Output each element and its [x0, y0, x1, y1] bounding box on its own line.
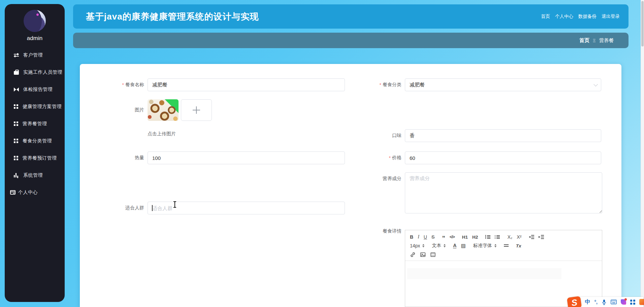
top-nav-link[interactable]: 退出登录 [602, 13, 620, 20]
breadcrumb-current: 营养餐 [599, 37, 614, 44]
meal-image-thumbnail[interactable] [148, 99, 179, 121]
calories-label: 热量 [81, 151, 144, 164]
text-type-select[interactable]: 文本 [432, 243, 446, 249]
sogou-logo-icon[interactable]: S [567, 296, 581, 307]
italic-icon[interactable]: I [418, 234, 419, 240]
sidebar-item-system-management[interactable]: 系统管理 [5, 167, 65, 184]
ime-menu-icon[interactable] [630, 300, 635, 305]
ordered-list-icon[interactable] [485, 235, 490, 239]
taste-label: 口味 [338, 129, 401, 142]
page-scrollbar[interactable] [641, 0, 644, 307]
calories-input[interactable] [148, 151, 345, 164]
sidebar-item-customer-management[interactable]: 客户管理 [5, 46, 65, 64]
ibeam-cursor [174, 202, 175, 207]
breadcrumb: 首页 Ξ 营养餐 [73, 33, 629, 48]
sidebar-item-label: 体检报告管理 [23, 87, 53, 93]
sidebar-item-label: 营养餐预订管理 [23, 155, 57, 161]
chevron-down-icon [593, 82, 598, 87]
upload-hint: 点击上传图片 [148, 131, 176, 137]
editor-toolbar: B I U S ” </> H1 H2 X₂ X² 14px [405, 230, 602, 261]
briefcase-icon [14, 71, 19, 75]
detail-label: 餐食详情 [338, 228, 401, 235]
scrollbar-thumb[interactable] [641, 1, 644, 46]
outdent-icon[interactable] [529, 235, 534, 239]
required-mark: * [380, 82, 381, 88]
ime-language-toggle[interactable]: 中 [585, 299, 590, 306]
line-height-icon[interactable] [504, 244, 509, 248]
highlight-icon[interactable]: ▨ [461, 243, 465, 249]
meal-category-select[interactable]: 减肥餐 [405, 78, 601, 91]
price-label: * 价格 [338, 151, 401, 164]
bar-chart-icon [14, 173, 19, 177]
price-input[interactable] [405, 151, 601, 164]
keyboard-icon[interactable] [611, 300, 617, 304]
sidebar-item-meal-booking-management[interactable]: 营养餐预订管理 [5, 149, 65, 167]
superscript-icon[interactable]: X² [517, 234, 521, 240]
sidebar-item-personal-center[interactable]: 个人中心 [5, 184, 65, 201]
sidebar-item-label: 系统管理 [23, 172, 43, 178]
top-nav-link[interactable]: 数据备份 [578, 13, 597, 20]
editor-content-strip [407, 268, 561, 279]
bold-icon[interactable]: B [410, 234, 413, 240]
font-size-select[interactable]: 14px [410, 243, 424, 248]
ime-punctuation-toggle[interactable]: °, [594, 299, 598, 305]
required-mark: * [389, 155, 391, 161]
breadcrumb-home[interactable]: 首页 [579, 37, 589, 44]
page-title: 基于java的康养健康管理系统的设计与实现 [73, 11, 259, 23]
subscript-icon[interactable]: X₂ [507, 234, 512, 240]
blockquote-icon[interactable]: ” [442, 234, 445, 240]
taste-input[interactable] [405, 129, 601, 142]
sidebar-item-label: 健康管理方案管理 [23, 104, 62, 110]
meal-category-label: * 餐食分类 [338, 78, 401, 91]
video-icon[interactable] [430, 252, 436, 258]
sliders-icon [14, 53, 19, 57]
breadcrumb-separator-icon: Ξ [593, 38, 595, 43]
ime-skin-icon[interactable] [621, 299, 626, 305]
nutrition-textarea[interactable] [405, 172, 602, 213]
strikethrough-icon[interactable]: S [431, 234, 434, 240]
text-caret [152, 205, 153, 211]
sidebar-item-label: 餐食分类管理 [23, 138, 52, 144]
ime-partial-icon[interactable] [639, 299, 644, 305]
heading1-icon[interactable]: H1 [462, 235, 468, 240]
code-icon[interactable]: </> [450, 235, 455, 239]
plus-icon [193, 106, 200, 114]
top-nav-link[interactable]: 首页 [541, 13, 550, 20]
sidebar-item-staff-management[interactable]: 实施工作人员管理 [5, 64, 65, 81]
top-nav-link[interactable]: 个人中心 [555, 13, 573, 20]
microphone-icon[interactable] [602, 299, 607, 305]
sidebar-item-nutrition-meal-management[interactable]: 营养餐管理 [5, 115, 65, 132]
sidebar-item-label: 个人中心 [18, 190, 38, 196]
meal-name-input[interactable] [148, 78, 345, 91]
sidebar-item-label: 客户管理 [23, 52, 43, 58]
indent-icon[interactable] [539, 235, 544, 239]
underline-icon[interactable]: U [424, 234, 427, 240]
image-icon[interactable] [420, 252, 426, 258]
stepper-icon[interactable] [422, 244, 424, 248]
meal-category-value: 减肥餐 [410, 82, 425, 88]
sidebar: admin 客户管理 实施工作人员管理 体检报告管理 [5, 4, 65, 302]
unordered-list-icon[interactable] [495, 235, 500, 239]
heading2-icon[interactable]: H2 [472, 235, 478, 240]
ime-toolbar: S 中 °, [570, 297, 644, 307]
link-icon[interactable] [410, 252, 416, 258]
sidebar-item-health-plan-management[interactable]: 健康管理方案管理 [5, 98, 65, 115]
sidebar-item-checkup-report-management[interactable]: 体检报告管理 [5, 81, 65, 98]
sidebar-item-label: 营养餐管理 [23, 121, 47, 127]
username: admin [5, 35, 65, 42]
upload-image-button[interactable] [181, 99, 212, 121]
stepper-icon[interactable] [494, 244, 496, 248]
font-family-select[interactable]: 标准字体 [473, 243, 496, 249]
sidebar-menu: 客户管理 实施工作人员管理 体检报告管理 健康管理方案管理 [5, 42, 65, 201]
font-color-icon[interactable]: A [453, 243, 456, 248]
meal-name-label: * 餐食名称 [81, 78, 144, 91]
avatar [24, 10, 46, 32]
rich-text-editor: B I U S ” </> H1 H2 X₂ X² 14px [405, 230, 602, 307]
stepper-icon[interactable] [444, 244, 446, 248]
grid-icon [14, 139, 18, 143]
grid-icon [14, 104, 18, 109]
clear-format-icon[interactable]: Tx [516, 243, 521, 248]
suitable-input[interactable] [148, 202, 345, 214]
sidebar-item-meal-category-management[interactable]: 餐食分类管理 [5, 132, 65, 149]
image-label: 图片 [81, 99, 144, 121]
